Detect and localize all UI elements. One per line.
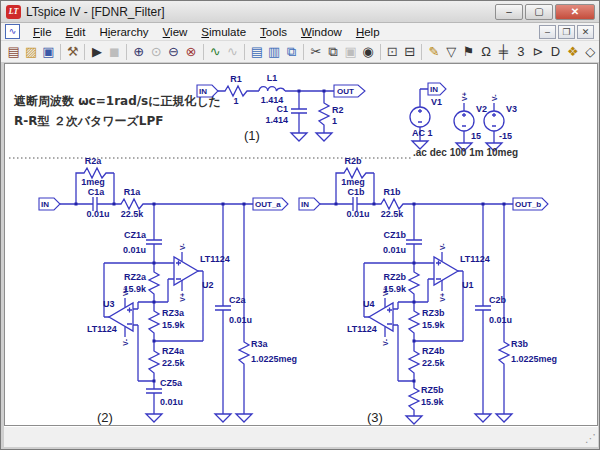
toolbar: ▤▨▣⚒▶◼⊕⊙⊖⊗∿∿▤▥⧉✂⧉▣◉⊡⊟✎▽⚑Ω╪3⊳D❖◇ xyxy=(1,41,599,63)
tile-horizontal-icon[interactable]: ▤ xyxy=(248,42,265,62)
circuit-2-fdnr-a[interactable]: IN OUT_a V- V+ LT1124 U2 V+ V- U3 L xyxy=(39,156,297,422)
capacitor-C1[interactable] xyxy=(291,109,307,113)
vminus-flag[interactable]: V- xyxy=(122,338,129,345)
vplus-flag[interactable]: V+ xyxy=(461,92,468,101)
run-icon[interactable]: ▶ xyxy=(88,42,105,62)
toolbar-separator xyxy=(244,44,245,60)
opamp-U4[interactable]: V+ V- U4 LT1124 xyxy=(347,287,393,345)
move-icon[interactable]: ❖ xyxy=(564,42,581,62)
net-label-icon[interactable]: ⚑ xyxy=(460,42,477,62)
print-icon[interactable]: ⊟ xyxy=(401,42,418,62)
menu-simulate[interactable]: Simulate xyxy=(194,25,253,39)
ground-symbol[interactable] xyxy=(236,414,252,422)
menu-tools[interactable]: Tools xyxy=(253,25,294,39)
inductor-icon[interactable]: 3 xyxy=(512,42,529,62)
ground-symbol[interactable] xyxy=(406,416,422,424)
cascade-windows-icon[interactable]: ⧉ xyxy=(283,42,300,62)
vminus-flag[interactable]: V- xyxy=(491,94,498,101)
value-RZ3b: 15.9k xyxy=(422,320,446,330)
voltage-source-V2[interactable] xyxy=(454,111,474,131)
control-panel-icon[interactable]: ⚒ xyxy=(64,42,81,62)
vplus-flag[interactable]: V+ xyxy=(179,293,186,302)
print-preview-icon[interactable]: ⊡ xyxy=(384,42,401,62)
vminus-flag[interactable]: V- xyxy=(382,338,389,345)
minimize-button[interactable]: – xyxy=(495,4,523,20)
spice-directive[interactable]: .ac dec 100 1m 10meg xyxy=(413,147,518,158)
menu-file[interactable]: File xyxy=(26,25,59,39)
maximize-button[interactable]: ▢ xyxy=(525,4,553,20)
resistor-icon[interactable]: Ω xyxy=(477,42,494,62)
mdi-restore-button[interactable]: ❐ xyxy=(558,25,575,39)
ground-symbol[interactable] xyxy=(215,414,231,422)
voltage-source-V1[interactable] xyxy=(410,107,430,127)
ground-symbol[interactable] xyxy=(146,414,162,422)
find-icon[interactable]: ◉ xyxy=(359,42,376,62)
vplus-flag[interactable]: V+ xyxy=(439,293,446,302)
resistor-RZ2a[interactable] xyxy=(149,268,159,298)
mdi-minimize-button[interactable]: – xyxy=(539,25,556,39)
resistor-R1b[interactable] xyxy=(378,199,406,209)
menu-hierarchy[interactable]: Hierarchy xyxy=(92,25,155,39)
drag-icon[interactable]: ◇ xyxy=(582,42,599,62)
label-R2a: R2a xyxy=(85,156,103,166)
zoom-in-icon[interactable]: ⊕ xyxy=(130,42,147,62)
resistor-R1a[interactable] xyxy=(118,199,146,209)
voltage-source-V3[interactable] xyxy=(484,111,504,131)
resistor-RZ2b[interactable] xyxy=(409,268,419,298)
resistor-RZ3b[interactable] xyxy=(409,307,419,337)
resistor-R3b[interactable] xyxy=(499,338,509,368)
voltage-sources[interactable]: IN V1 AC 1 V2 15 V+ V3 -15 V- .ac dec 10… xyxy=(410,83,518,158)
efficiency-report-icon[interactable]: ∿ xyxy=(224,42,241,62)
vminus-flag[interactable]: V- xyxy=(179,243,186,250)
waveform-icon[interactable]: ∿ xyxy=(206,42,223,62)
resistor-RZ4b[interactable] xyxy=(409,347,419,377)
capacitor-icon[interactable]: ╪ xyxy=(495,42,512,62)
capacitor-CZ1a[interactable] xyxy=(146,240,162,244)
capacitor-CZ1b[interactable] xyxy=(406,240,422,244)
halt-icon[interactable]: ◼ xyxy=(106,42,123,62)
paste-icon[interactable]: ▣ xyxy=(342,42,359,62)
component-icon[interactable]: D xyxy=(547,42,564,62)
menu-window[interactable]: Window xyxy=(294,25,349,39)
opamp-U3[interactable]: V+ V- U3 LT1124 xyxy=(87,287,133,345)
resistor-R3a[interactable] xyxy=(239,338,249,368)
wire-icon[interactable]: ✎ xyxy=(425,42,442,62)
vminus-flag[interactable]: V- xyxy=(439,243,446,250)
save-icon[interactable]: ▣ xyxy=(40,42,57,62)
menu-edit[interactable]: Edit xyxy=(59,25,93,39)
opamp-U1[interactable]: V- V+ LT1124 U1 xyxy=(434,243,490,302)
zoom-back-icon[interactable]: ⊙ xyxy=(147,42,164,62)
capacitor-C2b[interactable] xyxy=(475,306,491,310)
circuit-3-fdnr-b[interactable]: IN OUT_b V- V+ LT1124 U1 V+ V- U4 L xyxy=(299,156,557,424)
ground-icon[interactable]: ▽ xyxy=(443,42,460,62)
resistor-RZ4a[interactable] xyxy=(149,347,159,377)
close-button[interactable]: ✕ xyxy=(555,4,595,20)
ground-symbol[interactable] xyxy=(316,133,332,141)
tile-vertical-icon[interactable]: ▥ xyxy=(265,42,282,62)
resistor-R1[interactable] xyxy=(222,86,250,96)
zoom-full-extents-icon[interactable]: ⊗ xyxy=(182,42,199,62)
capacitor-C2a[interactable] xyxy=(215,306,231,310)
copy-icon[interactable]: ⧉ xyxy=(325,42,342,62)
mdi-close-button[interactable]: ✕ xyxy=(577,25,594,39)
ground-symbol[interactable] xyxy=(475,414,491,422)
resistor-RZ5b[interactable] xyxy=(409,384,419,414)
schematic-canvas[interactable]: 遮断周波数 ωc=1rad/sに正規化した R-R型 ２次バタワーズLPF (1… xyxy=(4,63,598,426)
menu-view[interactable]: View xyxy=(156,25,195,39)
inductor-L1[interactable] xyxy=(259,87,285,91)
resistor-RZ3a[interactable] xyxy=(149,307,159,337)
open-icon[interactable]: ▨ xyxy=(22,42,39,62)
resistor-R2[interactable] xyxy=(319,99,329,129)
ground-symbol[interactable] xyxy=(496,414,512,422)
opamp-U2[interactable]: V- V+ LT1124 U2 xyxy=(174,243,230,302)
zoom-out-icon[interactable]: ⊖ xyxy=(165,42,182,62)
cut-icon[interactable]: ✂ xyxy=(307,42,324,62)
diode-icon[interactable]: ⊳ xyxy=(530,42,547,62)
new-schematic-icon[interactable]: ▤ xyxy=(5,42,22,62)
capacitor-CZ5a[interactable] xyxy=(146,389,162,393)
circuit-1-lc-prototype[interactable]: IN OUT R1 1 L1 1.414 C1 1.414 R2 1 xyxy=(197,73,365,141)
port-out-label: OUT xyxy=(337,87,354,96)
menu-help[interactable]: Help xyxy=(349,25,387,39)
resize-grip[interactable]: ⋰ xyxy=(585,432,596,445)
ground-symbol[interactable] xyxy=(291,133,307,141)
